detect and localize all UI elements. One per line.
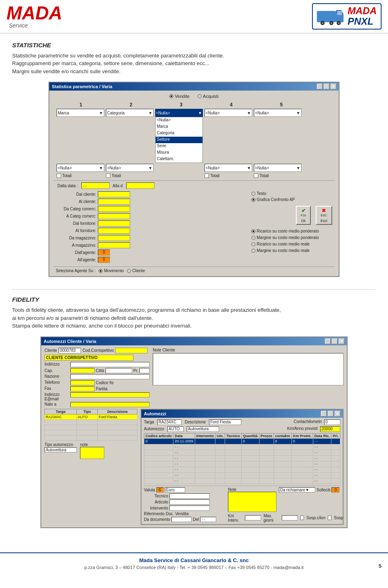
- dd2-categoria[interactable]: Categoria▼: [106, 109, 154, 117]
- seleziona-row: Seleziona Agente Su : Movimento Cliente: [53, 269, 335, 273]
- dd1b[interactable]: <Nulla>▼: [57, 164, 104, 172]
- dd1-marca[interactable]: Marca▼: [57, 109, 104, 117]
- dd4b[interactable]: <Nulla>▼: [205, 164, 252, 172]
- ok-label: Ok: [301, 219, 306, 223]
- dd3-item-marca[interactable]: Marca: [156, 124, 202, 130]
- citta-input[interactable]: [105, 368, 132, 373]
- radio-testo[interactable]: Testo: [251, 191, 332, 196]
- dd2b[interactable]: <Nulla>▼: [106, 164, 154, 172]
- a-magazzino-input[interactable]: [98, 242, 130, 248]
- nazione-input[interactable]: [70, 374, 150, 379]
- alla-data-input[interactable]: [126, 182, 154, 189]
- dadoc-input[interactable]: [171, 517, 192, 522]
- am-row-1[interactable]: 0 20-11-2009 0 0: [144, 438, 340, 444]
- targa-row-1[interactable]: RA234XC AUTO Ford Fiesta: [45, 414, 137, 419]
- dd3-item-misura[interactable]: Misura: [156, 150, 202, 156]
- dd3-item-calettam[interactable]: Calettam.: [156, 156, 202, 163]
- da-magazzino-input[interactable]: [98, 235, 130, 241]
- close-btn[interactable]: ✕: [331, 84, 336, 89]
- am-th-tecnico: Tecnico: [225, 433, 242, 438]
- tipo-automezzo-input[interactable]: Autovettura: [44, 447, 77, 453]
- intervento-input[interactable]: [169, 506, 210, 511]
- am-minimize[interactable]: _: [321, 411, 327, 417]
- dal-cliente-input[interactable]: [98, 191, 130, 197]
- fi-maximize[interactable]: □: [332, 338, 337, 344]
- am-maximize[interactable]: □: [328, 411, 333, 417]
- dalla-data-input[interactable]: - -: [81, 182, 110, 189]
- dall-agente-input[interactable]: 0: [98, 250, 110, 256]
- ok-button[interactable]: ✔ F10 Ok: [296, 206, 311, 225]
- am-row-6: - -- -: [144, 467, 340, 472]
- dd3-item-nulla[interactable]: <Nulla>: [156, 117, 202, 124]
- am-desc-input[interactable]: Ford Fiesta: [209, 419, 241, 425]
- indirizzo-input[interactable]: [70, 362, 150, 367]
- cb2[interactable]: [106, 173, 110, 178]
- note-cliente-input[interactable]: [153, 353, 344, 385]
- sosp-km-cb[interactable]: [300, 516, 304, 520]
- pr-input[interactable]: [139, 368, 150, 373]
- al-cliente-input[interactable]: [98, 199, 130, 205]
- cb4[interactable]: [205, 173, 209, 178]
- a-categ-input[interactable]: [98, 213, 130, 219]
- am-desc-label: Descrizione: [185, 420, 206, 424]
- radio-grafica[interactable]: Grafica Confronto AP: [251, 197, 332, 202]
- radio-ricarico-pond[interactable]: Ricarico su costo medio ponderato: [251, 229, 332, 233]
- al-fornitore-input[interactable]: [98, 228, 130, 234]
- dd4-nulla[interactable]: <Nulla>▼: [205, 109, 252, 117]
- da-richiamare-select[interactable]: Da richiamare▼: [279, 487, 315, 493]
- fax-input[interactable]: [70, 386, 95, 391]
- articolo-input[interactable]: [169, 499, 210, 505]
- max-giorni-input[interactable]: [282, 515, 298, 520]
- fi-cliente-input[interactable]: 0000783: [59, 348, 81, 353]
- radio-ricarico-reale[interactable]: Ricarico su costo medio reale: [251, 242, 332, 246]
- am-note2-input[interactable]: [228, 492, 276, 512]
- sosp-cb[interactable]: [328, 516, 331, 520]
- radio-grafica-dot: [251, 198, 255, 202]
- fi-minimize[interactable]: _: [325, 338, 331, 344]
- valuta-text-input[interactable]: Euro: [165, 487, 185, 493]
- solleciti-input[interactable]: 0: [331, 487, 340, 493]
- esc-button[interactable]: ✖ ESC Esci: [316, 206, 332, 225]
- dd3-selected[interactable]: <Nulla>▼: [155, 109, 203, 117]
- cb1[interactable]: [57, 173, 61, 178]
- am-automezzo-input[interactable]: AUTO: [167, 426, 183, 432]
- fax-partita-row: Partita: [70, 386, 150, 391]
- minimize-btn[interactable]: _: [317, 84, 323, 89]
- dd3-item-categoria[interactable]: Categoria: [156, 130, 202, 137]
- am-contachilo-input[interactable]: 0: [324, 419, 340, 425]
- am-autovet-input[interactable]: Autovettura: [187, 426, 219, 432]
- tel-input[interactable]: [70, 380, 95, 385]
- radio-movimento[interactable]: Movimento: [99, 269, 124, 273]
- cap-input[interactable]: [70, 368, 95, 373]
- cb5[interactable]: [254, 173, 258, 178]
- fi-cod-corr-input[interactable]: [115, 348, 148, 353]
- email-input[interactable]: [70, 392, 150, 398]
- dd3b-placeholder: [155, 164, 203, 172]
- td-tipo-val: AUTO: [77, 414, 98, 419]
- radio-cliente[interactable]: Cliente: [127, 269, 145, 273]
- maximize-btn[interactable]: □: [324, 84, 329, 89]
- am-close[interactable]: ✕: [335, 411, 340, 417]
- radio-acquisti[interactable]: Acquisti: [198, 94, 219, 99]
- nato-a-input[interactable]: [70, 402, 150, 407]
- note-input[interactable]: [80, 447, 104, 459]
- radio-vendite[interactable]: Vendite: [169, 94, 190, 99]
- dd3-item-serie[interactable]: Serie: [156, 143, 202, 150]
- dd5-nulla[interactable]: <Nulla>▼: [254, 109, 302, 117]
- del-input[interactable]: - -: [200, 517, 216, 522]
- radio-margine-pond[interactable]: Margine su costo medio ponderato: [251, 235, 332, 240]
- am-km-input[interactable]: 20000: [320, 426, 340, 432]
- am-targa-input[interactable]: RA234XC: [157, 419, 181, 425]
- dd3-item-settore[interactable]: Settore: [156, 137, 202, 143]
- da-categ-input[interactable]: [98, 206, 130, 212]
- statistiche-title: STATISTICHE: [12, 42, 376, 49]
- km-interv-input[interactable]: [245, 515, 261, 520]
- all-agente-input[interactable]: 0: [98, 257, 110, 263]
- dd5b[interactable]: <Nulla>▼: [254, 164, 302, 172]
- tecnico-input[interactable]: [169, 493, 210, 499]
- dal-fornitore-input[interactable]: [98, 220, 130, 226]
- radio-margine-reale[interactable]: Margine su costo medio reale: [251, 248, 332, 253]
- fi-close[interactable]: ✕: [339, 338, 344, 344]
- main-content: STATISTICHE Statistiche parametriche su …: [0, 34, 388, 544]
- valuta-num[interactable]: 6: [156, 487, 164, 493]
